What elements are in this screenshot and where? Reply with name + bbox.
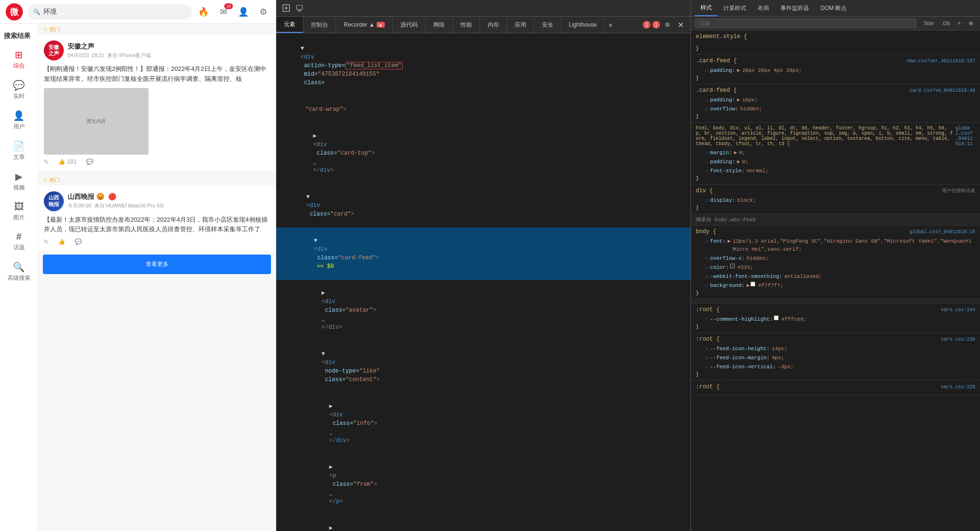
hot-tag-label-2: 热门 <box>50 177 60 184</box>
checkbox-5[interactable]: ☐ <box>705 158 708 166</box>
style-prop-padding-1: ☐ padding : ▶ 20px 20px 4px 20px; <box>699 66 975 75</box>
header-icons: 🔥 ✉ 29 👤 ⚙ <box>197 5 270 19</box>
avatar-2[interactable]: 山西晚报 <box>44 191 64 211</box>
style-source-global: global.css?_04011618:11 <box>955 126 975 147</box>
like-action-1[interactable]: 👍 181 <box>58 158 77 165</box>
device-toggle-icon[interactable] <box>293 2 306 14</box>
fire-icon[interactable]: 🔥 <box>197 5 210 19</box>
html-line-feed-list-content[interactable]: ▶ <p node-type="feed_list_content" nick-… <box>276 515 690 531</box>
style-source-2: card.css?ve_04011618:48 <box>910 88 975 93</box>
inspect-element-icon[interactable] <box>280 2 292 14</box>
html-line-card-top[interactable]: ▶ <div class="card-top"> _ </div> <box>276 123 690 184</box>
style-rule-element-body <box>696 42 975 46</box>
checkbox-13[interactable]: ☐ <box>705 315 708 324</box>
arrow-expand-1[interactable]: ▶ <box>737 67 740 75</box>
sidebar-item-advanced[interactable]: 🔍 高级搜索 <box>0 256 38 287</box>
tab-security[interactable]: 安全 <box>534 17 561 33</box>
style-selector-root-2: :root { vars.css:239 <box>696 336 975 343</box>
sidebar-item-comprehensive[interactable]: ⊞ 综合 <box>0 44 38 75</box>
style-source-vars-220: vars.css:220 <box>941 384 975 390</box>
avatar-1[interactable]: 安徽之声 <box>44 40 64 60</box>
checkbox-8[interactable]: ☐ <box>705 237 708 246</box>
load-more-button[interactable]: 查看更多 <box>43 255 271 274</box>
html-line-like-content[interactable]: ▼ <div node-type="like" class="content"> <box>276 341 690 393</box>
like-action-2[interactable]: 👍 <box>58 238 65 245</box>
close-devtools-button[interactable]: ✕ <box>675 20 687 30</box>
comment-action-2[interactable]: 💬 <box>75 238 82 245</box>
hot-tag-label: 热门 <box>50 26 60 33</box>
tab-event-listeners[interactable]: 事件监听器 <box>775 0 815 16</box>
style-prop-overflow: ☐ overflow : hidden; <box>699 105 975 114</box>
weibo-logo[interactable]: 微 <box>6 3 23 20</box>
advanced-search-icon: 🔍 <box>13 261 25 273</box>
html-line-avatar[interactable]: ▶ <div class="avatar"> _ </div> <box>276 280 690 341</box>
style-prop-background: ☐ background : ▶ #f7f7f7; <box>699 281 975 290</box>
tab-console[interactable]: 控制台 <box>303 17 336 33</box>
style-selector-body: body { global.css?_04011618:16 <box>696 228 975 235</box>
checkbox-16[interactable]: ☐ <box>705 363 708 371</box>
checkbox-12[interactable]: ☐ <box>705 282 708 290</box>
weibo-content: ☆ 热门 安徽之声 安徽之声 04月02日 18:21 来自 iPhone客户端… <box>38 24 276 531</box>
mail-icon[interactable]: ✉ 29 <box>217 5 230 19</box>
html-line-feed-list-item[interactable]: ▼ <div action-type="feed_list_item" mid=… <box>276 35 690 96</box>
repost-action-1[interactable]: ↻ <box>44 158 49 165</box>
checkbox-14[interactable]: ☐ <box>705 345 708 353</box>
html-line-from[interactable]: ▶ <p class="from"> _ </p> <box>276 454 690 515</box>
html-line-card-feed[interactable]: ▼ <div class="card-feed"> == $0 <box>276 227 690 280</box>
sidebar-item-users[interactable]: 👤 用户 <box>0 105 38 136</box>
repost-action-2[interactable]: ↻ <box>44 238 49 245</box>
html-line-card-wrap[interactable]: "card-wrap"> <box>276 96 690 123</box>
weibo-search-bar[interactable]: 🔍 <box>28 4 192 20</box>
arrow-expand-2[interactable]: ▶ <box>737 96 740 104</box>
html-line-info[interactable]: ▶ <div class="info"> _ </div> <box>276 393 690 454</box>
tab-recorder[interactable]: Recorder ▲ ▲ <box>336 17 393 33</box>
settings-gear-button[interactable]: ⚙ <box>662 20 673 29</box>
checkbox-9[interactable]: ☐ <box>705 255 708 263</box>
devtools-elements-panel: 元素 控制台 Recorder ▲ ▲ 源代码 网络 性能 内存 应用 安全 L… <box>276 0 690 531</box>
checkbox-4[interactable]: ☐ <box>705 149 708 157</box>
settings-icon[interactable]: ⚙ <box>257 5 270 19</box>
sidebar-item-articles[interactable]: 📄 文章 <box>0 136 38 166</box>
style-selector-element: element.style { <box>696 33 975 40</box>
comment-action-1[interactable]: 💬 <box>86 158 93 165</box>
checkbox-15[interactable]: ☐ <box>705 354 708 362</box>
tab-application[interactable]: 应用 <box>507 17 534 33</box>
checkbox-6[interactable]: ☐ <box>705 167 708 175</box>
sidebar-item-video[interactable]: ▶ 视频 <box>0 166 38 197</box>
tab-performance[interactable]: 性能 <box>453 17 480 33</box>
feed-actions-2: ↻ 👍 💬 <box>44 238 270 245</box>
tab-elements[interactable]: 元素 <box>276 17 303 33</box>
checkbox-11[interactable]: ☐ <box>705 273 708 281</box>
tab-computed[interactable]: 计算样式 <box>718 0 752 16</box>
checkbox-7[interactable]: ☐ <box>705 197 708 205</box>
cls-filter-btn[interactable]: .cls <box>939 19 953 28</box>
checkbox-1[interactable]: ☐ <box>705 67 708 75</box>
sidebar-item-realtime[interactable]: 💬 实时 <box>0 75 38 105</box>
color-swatch-f7f7f7 <box>750 282 755 286</box>
tab-network[interactable]: 网络 <box>426 17 453 33</box>
add-style-btn[interactable]: + <box>955 19 964 28</box>
tab-dom-breakpoints[interactable]: DOM 断点 <box>815 0 852 16</box>
checkbox-2[interactable]: ☐ <box>705 96 708 104</box>
avatar-icon[interactable]: 👤 <box>237 5 250 19</box>
html-line-card[interactable]: ▼ <div class="card"> <box>276 184 690 227</box>
checkbox-3[interactable]: ☐ <box>705 105 708 113</box>
tab-memory[interactable]: 内存 <box>480 17 507 33</box>
expand-arrow[interactable]: ▼ <box>300 45 304 52</box>
hov-filter-btn[interactable]: :hov <box>920 19 937 28</box>
tab-lighthouse[interactable]: Lighthouse <box>561 17 605 33</box>
sidebar-item-images[interactable]: 🖼 图片 <box>0 197 38 226</box>
tab-sources[interactable]: 源代码 <box>393 17 426 33</box>
sidebar-label-images: 图片 <box>13 214 25 222</box>
tab-styles[interactable]: 样式 <box>695 0 718 16</box>
more-tabs-button[interactable]: » <box>605 21 616 29</box>
verified-badge: 🔴 <box>108 193 116 200</box>
checkbox-10[interactable]: ☐ <box>705 264 708 272</box>
search-icon: 🔍 <box>33 9 40 15</box>
new-rule-btn[interactable]: ⊕ <box>966 19 976 28</box>
styles-filter-input[interactable] <box>695 19 916 28</box>
search-input[interactable] <box>43 8 186 16</box>
error-badge-2: 1 <box>652 21 660 29</box>
tab-layout[interactable]: 布局 <box>752 0 775 16</box>
sidebar-item-topics[interactable]: # 话题 <box>0 226 38 256</box>
